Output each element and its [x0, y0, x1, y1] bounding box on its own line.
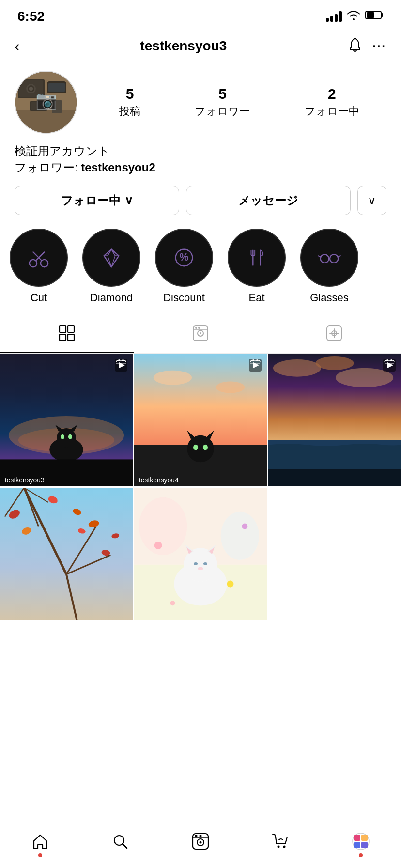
follower-username[interactable]: testkensyou2 — [81, 161, 155, 174]
nav-reels[interactable] — [191, 832, 210, 851]
svg-point-55 — [61, 434, 64, 439]
bottom-navigation — [0, 824, 401, 868]
avatar[interactable] — [15, 71, 77, 134]
following-stat[interactable]: 2 フォロー中 — [305, 86, 359, 119]
follow-label: フォロー中 — [61, 193, 121, 208]
profile-nav-icon — [352, 832, 370, 851]
posts-stat[interactable]: 5 投稿 — [119, 86, 140, 119]
svg-line-19 — [39, 258, 42, 261]
svg-text:testkensyou4: testkensyou4 — [139, 476, 179, 484]
svg-point-44 — [195, 327, 197, 329]
highlight-discount-label: Discount — [163, 292, 205, 304]
tab-grid[interactable] — [0, 318, 134, 353]
svg-point-115 — [198, 567, 203, 570]
more-options-icon[interactable]: ··· — [372, 39, 386, 53]
search-icon — [111, 832, 129, 851]
posts-label: 投稿 — [119, 104, 140, 119]
svg-point-129 — [283, 846, 285, 848]
follow-chevron-icon: ∨ — [124, 194, 133, 207]
svg-point-78 — [273, 359, 321, 377]
following-count: 2 — [328, 86, 336, 102]
message-label: メッセージ — [238, 193, 298, 208]
grid-item-3[interactable] — [268, 354, 401, 486]
header-actions: ··· — [347, 37, 386, 56]
followers-label: フォロワー — [195, 104, 250, 119]
svg-point-45 — [198, 327, 200, 329]
svg-rect-36 — [60, 326, 66, 332]
message-button[interactable]: メッセージ — [186, 186, 351, 215]
shop-icon — [272, 832, 290, 851]
chevron-down-icon: ∨ — [368, 194, 376, 207]
svg-point-113 — [194, 562, 198, 565]
followers-count: 5 — [218, 86, 227, 102]
highlight-glasses[interactable]: Glasses — [300, 229, 358, 304]
svg-point-85 — [390, 359, 392, 361]
back-button[interactable]: ‹ — [15, 37, 20, 55]
svg-rect-2 — [367, 12, 374, 18]
status-time: 6:52 — [17, 9, 45, 24]
reel-indicator-icon-2 — [248, 358, 262, 375]
tagged-tab-icon — [326, 325, 342, 345]
svg-rect-134 — [361, 842, 368, 848]
home-icon — [31, 832, 49, 851]
svg-point-42 — [200, 332, 201, 334]
svg-rect-133 — [354, 842, 360, 848]
svg-point-74 — [252, 359, 254, 361]
nav-profile[interactable] — [352, 832, 370, 851]
svg-rect-39 — [68, 334, 74, 341]
svg-point-52 — [57, 428, 76, 448]
followers-stat[interactable]: 5 フォロワー — [195, 86, 250, 119]
svg-rect-1 — [381, 13, 383, 17]
profile-bio: 検証用アカウント フォロワー: testkensyou2 — [15, 142, 386, 175]
svg-rect-87 — [0, 488, 133, 620]
tab-tagged[interactable] — [267, 318, 401, 353]
highlight-eat[interactable]: Eat — [228, 229, 286, 304]
svg-point-71 — [203, 445, 208, 450]
highlight-diamond[interactable]: Diamond — [82, 229, 140, 304]
svg-point-32 — [330, 254, 338, 263]
more-button[interactable]: ∨ — [357, 186, 386, 215]
notification-bell-icon[interactable] — [347, 37, 363, 56]
svg-rect-82 — [268, 469, 401, 486]
reel-indicator-icon — [114, 358, 128, 375]
svg-marker-22 — [104, 249, 119, 267]
svg-point-61 — [122, 359, 124, 361]
svg-text:testkensyou3: testkensyou3 — [5, 476, 45, 484]
profile-top: 5 投稿 5 フォロワー 2 フォロー中 — [15, 71, 386, 134]
svg-point-119 — [170, 601, 175, 605]
highlight-discount-circle: % — [155, 229, 213, 287]
svg-point-31 — [321, 254, 329, 263]
svg-line-20 — [33, 252, 39, 258]
svg-point-80 — [315, 356, 354, 370]
grid-item-5[interactable] — [134, 488, 267, 620]
svg-point-65 — [216, 382, 245, 393]
highlights-row: Cut Diamond % Discount — [0, 215, 401, 318]
tab-reels[interactable] — [134, 318, 267, 353]
grid-item-1[interactable]: testkensyou3 — [0, 354, 133, 486]
highlight-cut[interactable]: Cut — [10, 229, 68, 304]
svg-point-64 — [154, 371, 192, 385]
grid-icon — [59, 325, 75, 345]
svg-line-35 — [338, 256, 340, 257]
grid-item-4[interactable] — [0, 488, 133, 620]
svg-rect-37 — [68, 326, 74, 332]
home-active-dot — [38, 853, 42, 857]
svg-point-114 — [203, 562, 207, 565]
svg-point-105 — [221, 512, 259, 560]
grid-item-2[interactable]: testkensyou4 — [134, 354, 267, 486]
nav-search[interactable] — [111, 832, 129, 851]
svg-point-124 — [199, 841, 201, 844]
highlight-cut-label: Cut — [31, 292, 47, 304]
svg-line-18 — [36, 258, 39, 261]
nav-shop[interactable] — [272, 832, 290, 851]
highlight-glasses-circle — [300, 229, 358, 287]
profile-action-buttons: フォロー中 ∨ メッセージ ∨ — [15, 186, 386, 215]
follow-button[interactable]: フォロー中 ∨ — [15, 186, 179, 215]
nav-home[interactable] — [31, 832, 49, 851]
highlight-discount[interactable]: % Discount — [155, 229, 213, 304]
reels-nav-icon — [191, 832, 210, 851]
svg-point-75 — [256, 359, 258, 361]
svg-point-56 — [68, 434, 72, 439]
highlight-eat-circle — [228, 229, 286, 287]
svg-line-121 — [123, 844, 127, 848]
